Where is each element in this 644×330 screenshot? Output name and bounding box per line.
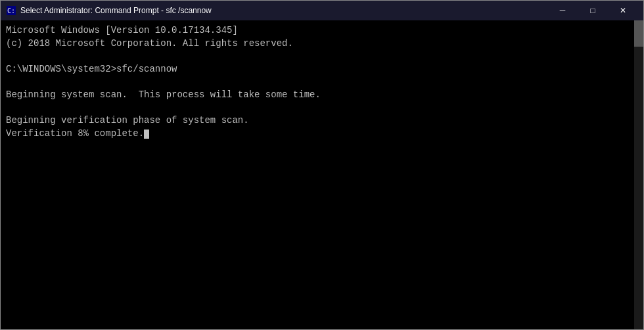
terminal-line-7 [6,102,638,115]
window-controls: ─ □ ✕ [547,1,638,20]
terminal-line-2: (c) 2018 Microsoft Corporation. All righ… [6,37,638,51]
scrollbar[interactable] [634,20,643,329]
close-button[interactable]: ✕ [608,1,638,20]
terminal-line-1: Microsoft Windows [Version 10.0.17134.34… [6,24,638,37]
terminal-line-3 [6,50,638,63]
terminal-line-8: Beginning verification phase of system s… [6,114,638,128]
minimize-button[interactable]: ─ [547,1,578,20]
svg-text:C:: C: [7,7,15,14]
cmd-window: C: Select Administrator: Command Prompt … [0,0,644,330]
window-title: Select Administrator: Command Prompt - s… [20,6,547,15]
terminal-line-4: C:\WINDOWS\system32>sfc/scannow [6,63,638,76]
cmd-icon: C: [6,5,16,16]
scrollbar-thumb[interactable] [634,20,643,47]
terminal-line-6: Beginning system scan. This process will… [6,89,638,102]
cursor [144,130,149,139]
terminal-line-5 [6,76,638,89]
title-bar: C: Select Administrator: Command Prompt … [1,1,643,20]
terminal-line-9: Verification 8% complete. [6,128,638,141]
maximize-button[interactable]: □ [578,1,608,20]
terminal-body[interactable]: Microsoft Windows [Version 10.0.17134.34… [1,20,643,329]
